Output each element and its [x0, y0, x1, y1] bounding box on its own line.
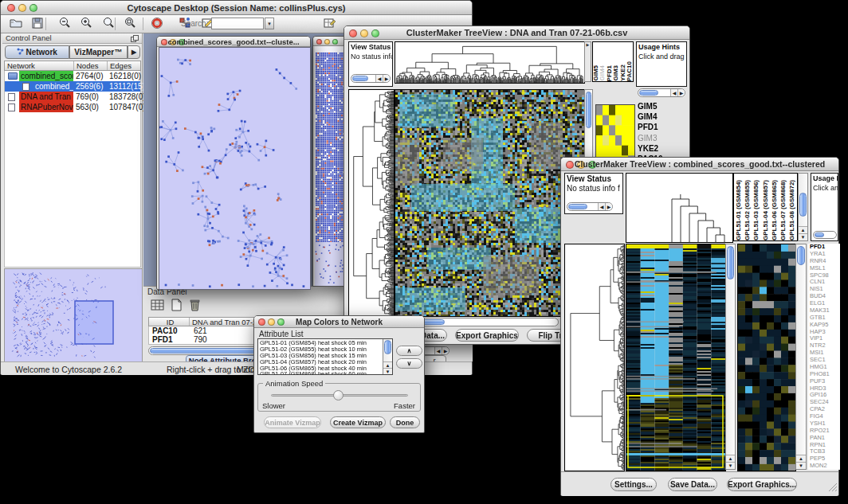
gene-label[interactable]: BUD4	[808, 293, 840, 300]
gene-label[interactable]: SPC98	[808, 272, 840, 279]
search-input[interactable]	[211, 18, 264, 29]
col-id[interactable]: ID	[149, 318, 189, 326]
treeview2-zoom-vscrollbar[interactable]: ▲ ▼	[795, 244, 807, 470]
move-up-button[interactable]: ∧	[396, 346, 422, 356]
gene-label[interactable]: PEP5	[808, 455, 840, 463]
network-row[interactable]: RNAPuberNov2+I563(0)107847(0)	[5, 102, 140, 112]
network-row[interactable]: combined_scores2764(0)16218(0)	[5, 71, 140, 81]
treeview1-row-dendrogram[interactable]	[348, 89, 395, 317]
minimize-icon[interactable]	[324, 39, 330, 45]
tab-vizmapper[interactable]: VizMapper™	[69, 45, 128, 59]
scroll-down-icon[interactable]: ▼	[726, 462, 735, 469]
treeview2-usage-scrollbar[interactable]	[813, 231, 837, 239]
gene-label[interactable]: GIM5	[636, 101, 672, 111]
gene-label[interactable]: NIS1	[808, 286, 840, 293]
column-label[interactable]: GPL51-07 (GSM868)	[779, 180, 787, 240]
gene-label[interactable]: MAK31	[808, 307, 840, 315]
gene-label[interactable]: VIP1	[808, 335, 840, 342]
treeview2-row-dendrogram[interactable]	[564, 244, 625, 471]
network2-titlebar[interactable]	[313, 37, 347, 46]
scroll-left-icon[interactable]: ◀	[434, 347, 442, 354]
speed-slider-thumb[interactable]	[333, 390, 344, 400]
treeview1-mini-scrollbar[interactable]: ▶	[584, 41, 591, 82]
gene-label[interactable]: SEC24	[808, 399, 840, 406]
gene-label[interactable]: ELG1	[808, 300, 840, 307]
scroll-up-icon[interactable]: ▲	[383, 361, 392, 368]
gene-label[interactable]: KAP95	[808, 322, 840, 329]
gene-label[interactable]: PFD1	[636, 122, 672, 132]
gene-label[interactable]: PUF3	[808, 378, 840, 385]
animate-vizmap-button[interactable]: Animate Vizmap	[264, 416, 321, 428]
scrollbar-thumb[interactable]	[384, 340, 391, 354]
gene-label[interactable]: YKE2	[636, 143, 672, 154]
tab-overflow-icon[interactable]: ▶	[128, 45, 140, 59]
move-down-button[interactable]: ∨	[396, 358, 422, 369]
scroll-right-icon[interactable]: ▶	[383, 75, 390, 82]
export-graphics-button[interactable]: Export Graphics...	[727, 478, 797, 491]
scroll-left-icon[interactable]: ◀	[375, 75, 383, 82]
treeview2-status-scrollbar[interactable]: ◀ ▶	[567, 202, 613, 211]
attribute-table-edit-icon[interactable]	[322, 16, 337, 30]
scrollbar-thumb[interactable]	[568, 204, 587, 209]
create-vizmap-button[interactable]: Create Vizmap	[330, 416, 386, 428]
treeview1-titlebar[interactable]: ClusterMaker TreeView : DNA and Tran 07-…	[344, 26, 689, 40]
zoom-selected-icon[interactable]	[123, 16, 138, 30]
gene-label[interactable]: PFD1	[808, 244, 840, 251]
attribute-select-icon[interactable]	[150, 298, 166, 315]
gene-label[interactable]: PAN1	[808, 435, 840, 442]
save-icon[interactable]	[30, 16, 45, 30]
gene-label[interactable]: MON2	[808, 463, 840, 470]
column-label[interactable]: GPL51-02 (GSM855)	[743, 180, 752, 240]
gene-label[interactable]: HRD3	[808, 385, 840, 393]
treeview2-zoom-heatmap[interactable]	[737, 244, 796, 471]
treeview1-heatmap[interactable]	[395, 89, 585, 317]
scroll-down-icon[interactable]: ▼	[799, 233, 807, 240]
gene-label[interactable]: RNR4	[808, 258, 840, 265]
export-graphics-button[interactable]: Export Graphics...	[455, 329, 519, 342]
treeview1-column-dendrogram[interactable]	[395, 41, 585, 84]
attribute-list-item[interactable]: GPL51-07 (GSM868) heat shock 60 min	[260, 371, 392, 375]
done-button[interactable]: Done	[390, 416, 420, 428]
scroll-down-icon[interactable]: ▼	[796, 462, 806, 469]
network-row[interactable]: DNA and Tran 07769(0)183728(0)	[5, 92, 140, 102]
treeview2-titlebar[interactable]: ClusterMaker TreeView : combined_scores_…	[561, 158, 838, 171]
gene-label[interactable]: GPI16	[808, 392, 840, 399]
search-dropdown-icon[interactable]: ▾	[265, 18, 274, 29]
treeview2-vscrollbar[interactable]: ▲ ▼	[725, 244, 736, 470]
gene-label[interactable]: CPA2	[808, 406, 840, 413]
scroll-right-icon[interactable]: ▶	[442, 347, 449, 354]
main-titlebar[interactable]: Cytoscape Desktop (Session Name: collins…	[1, 1, 472, 15]
col-edges[interactable]: Edges	[107, 61, 142, 70]
scroll-up-icon[interactable]: ▲	[726, 455, 735, 462]
column-label[interactable]: GPL51-03 (GSM856)	[752, 180, 760, 240]
column-label[interactable]: GPL51-04 (GSM857)	[761, 180, 770, 240]
scroll-left-icon[interactable]: ◀	[598, 203, 605, 210]
treeview1-status-scrollbar[interactable]: ◀ ▶	[351, 74, 391, 83]
gene-label[interactable]: YSH1	[808, 420, 840, 428]
scroll-down-icon[interactable]: ▼	[383, 368, 392, 374]
column-label[interactable]: GIM3	[613, 65, 619, 81]
dialog-titlebar[interactable]: Map Colors to Network	[254, 316, 424, 328]
scrollbar-thumb[interactable]	[799, 193, 807, 217]
zoom-in-icon[interactable]	[79, 16, 94, 30]
gene-label[interactable]: HMG1	[808, 364, 840, 371]
network-row[interactable]: combined_sco2569(6)13112(15)	[5, 81, 140, 92]
tab-network[interactable]: Network	[5, 45, 69, 59]
zoom-out-icon[interactable]	[57, 16, 73, 30]
listbox-scrollbar[interactable]: ▲ ▼	[383, 339, 392, 374]
scrollbar-thumb[interactable]	[586, 92, 591, 128]
treeview1-usage-scrollbar[interactable]: ◀ ▶	[638, 88, 685, 97]
help-lifesaver-icon[interactable]	[150, 16, 165, 30]
gene-label[interactable]: MSL1	[808, 265, 840, 272]
gene-label[interactable]: FIG4	[808, 413, 840, 420]
scrollbar-thumb[interactable]	[815, 232, 824, 237]
gene-label[interactable]: TCB3	[808, 448, 840, 455]
col-network[interactable]: Network	[5, 61, 73, 70]
network1-canvas[interactable]	[159, 47, 311, 290]
network2-canvas[interactable]	[315, 46, 347, 286]
gene-label[interactable]: GIM4	[636, 111, 672, 122]
gene-label[interactable]: CLN1	[808, 279, 840, 286]
zoom-actual-icon[interactable]	[101, 16, 116, 30]
scroll-up-icon[interactable]: ▲	[799, 226, 807, 233]
gene-label[interactable]: MSI1	[808, 350, 840, 357]
